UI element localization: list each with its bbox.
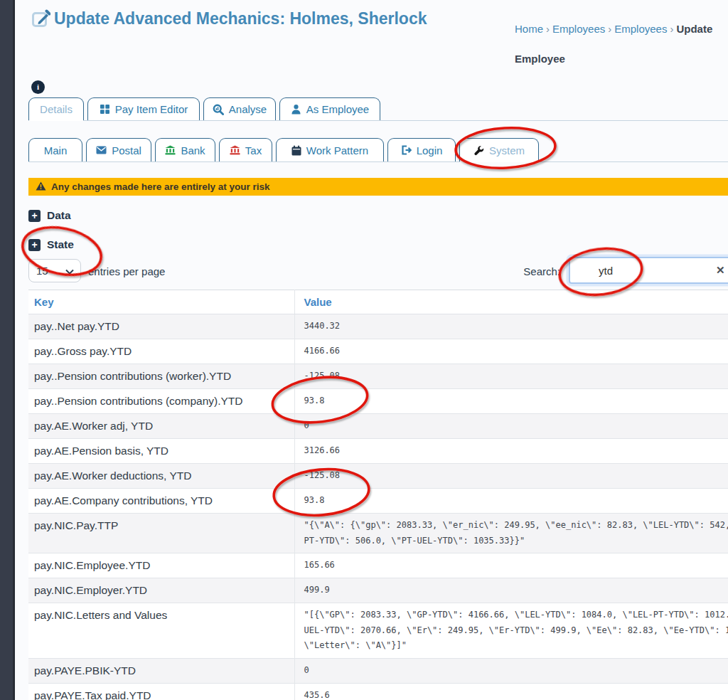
tab-work-pattern[interactable]: Work Pattern	[276, 138, 384, 161]
row-value: -125.08	[294, 464, 728, 489]
tab-postal-label: Postal	[112, 144, 141, 157]
table-row: pay..Pension contributions (worker).YTD-…	[28, 364, 728, 389]
table-row: pay.PAYE.Tax paid.YTD435.6	[28, 683, 728, 700]
state-table: Key Value pay..Net pay.YTD3440.32 pay..G…	[28, 290, 728, 700]
row-key: pay.AE.Company contributions, YTD	[28, 489, 294, 514]
breadcrumb-employees-1[interactable]: Employees	[552, 23, 605, 35]
page-title: Update Advanced Mechanics: Holmes, Sherl…	[54, 9, 427, 28]
row-key: pay.AE.Worker deductions, YTD	[28, 464, 294, 489]
row-value: 3440.32	[294, 314, 728, 339]
envelope-icon	[96, 146, 107, 154]
plus-square-icon[interactable]	[28, 239, 41, 251]
tab-tax-label: Tax	[245, 144, 262, 157]
chevron-down-icon	[65, 265, 74, 277]
entries-per-page-label: entries per page	[88, 265, 165, 277]
tab-tax[interactable]: Tax	[219, 138, 272, 161]
plus-square-icon[interactable]	[28, 210, 41, 222]
breadcrumb-separator: ›	[543, 23, 552, 35]
row-key: pay.PAYE.Tax paid.YTD	[28, 683, 294, 700]
table-row: pay..Pension contributions (company).YTD…	[28, 389, 728, 414]
edit-pencil-square-icon	[31, 9, 50, 31]
ae-company-contributions-ytd-value: 93.8	[294, 489, 728, 514]
bank-icon	[230, 145, 240, 155]
bank-icon	[165, 145, 176, 155]
table-row: pay.NIC.Employee.YTD165.66	[28, 553, 728, 578]
page-size-select[interactable]: 15	[28, 259, 81, 282]
tab-system[interactable]: System	[459, 138, 539, 161]
person-icon	[291, 104, 301, 115]
tab-analyse[interactable]: Analyse	[203, 97, 276, 120]
table-header-row: Key Value	[28, 290, 728, 314]
search-label: Search:	[494, 265, 560, 277]
tab-as-employee[interactable]: As Employee	[279, 97, 380, 120]
risk-warning-banner: Any changes made here are entirely at yo…	[28, 178, 728, 196]
row-value: -125.08	[294, 364, 728, 389]
row-key: pay.AE.Pension basis, YTD	[28, 439, 294, 464]
logout-icon	[401, 145, 412, 155]
tab-details[interactable]: Details	[28, 97, 84, 120]
tab-work-pattern-label: Work Pattern	[306, 144, 368, 157]
tab-pay-item-editor[interactable]: Pay Item Editor	[87, 97, 200, 120]
page-size-value: 15	[36, 265, 65, 277]
row-key: pay..Pension contributions (company).YTD	[28, 389, 294, 414]
tab-system-label: System	[489, 144, 525, 157]
info-circle-icon[interactable]: i	[31, 80, 45, 94]
tab-main[interactable]: Main	[28, 138, 82, 161]
row-key: pay.NIC.Letters and Values	[28, 603, 294, 659]
tab-postal[interactable]: Postal	[86, 138, 151, 161]
tab-bank[interactable]: Bank	[155, 138, 215, 161]
table-row: pay.NIC.Employer.YTD499.9	[28, 578, 728, 603]
tab-as-employee-label: As Employee	[306, 103, 369, 115]
wrench-icon	[473, 145, 484, 156]
tab-main-label: Main	[44, 144, 68, 157]
row-key: pay.NIC.Employee.YTD	[28, 553, 294, 578]
search-input[interactable]	[569, 257, 728, 284]
row-key: pay.NIC.Pay.TTP	[28, 514, 294, 553]
table-grid-icon	[100, 104, 110, 115]
column-header-key[interactable]: Key	[28, 290, 294, 314]
row-value: 499.9	[294, 578, 728, 603]
left-sidebar	[0, 0, 15, 700]
row-value: "[{\"GP\": 2083.33, \"GP-YTD\": 4166.66,…	[294, 603, 728, 659]
table-row: pay.AE.Pension basis, YTD3126.66	[28, 439, 728, 464]
tab-pay-item-editor-label: Pay Item Editor	[115, 103, 188, 115]
row-key: pay..Gross pay.YTD	[28, 339, 294, 364]
row-key: pay.NIC.Employer.YTD	[28, 578, 294, 603]
row-value: 165.66	[294, 553, 728, 578]
breadcrumb-home[interactable]: Home	[515, 23, 543, 35]
table-row: pay.AE.Company contributions, YTD93.8	[28, 489, 728, 514]
row-value: 0	[294, 658, 728, 683]
state-section-toggle[interactable]: State	[28, 238, 74, 251]
secondary-tab-bar: Main Postal Bank Tax Work Pattern Login	[28, 138, 728, 162]
state-section-label: State	[47, 238, 74, 251]
tab-analyse-label: Analyse	[229, 103, 267, 115]
row-value: 435.6	[294, 683, 728, 700]
primary-tab-bar: Details Pay Item Editor Analyse As Emplo…	[28, 97, 728, 121]
table-row: pay.NIC.Letters and Values"[{\"GP\": 208…	[28, 603, 728, 659]
table-row: pay.AE.Worker deductions, YTD-125.08	[28, 464, 728, 489]
calendar-icon	[291, 145, 301, 156]
table-row: pay.AE.Worker adj, YTD0	[28, 414, 728, 439]
breadcrumb-separator: ›	[605, 23, 614, 35]
tab-bank-label: Bank	[181, 144, 205, 157]
pension-company-ytd-value: 93.8	[294, 389, 728, 414]
table-row: pay.NIC.Pay.TTP"{\"A\": {\"gp\": 2083.33…	[28, 514, 728, 553]
breadcrumb: Home›Employees›Employees›Update Employee	[515, 14, 725, 74]
row-value: 3126.66	[294, 439, 728, 464]
tab-login[interactable]: Login	[387, 138, 456, 161]
row-value: 4166.66	[294, 339, 728, 364]
data-section-toggle[interactable]: Data	[28, 209, 71, 222]
risk-warning-text: Any changes made here are entirely at yo…	[51, 181, 270, 192]
tab-login-label: Login	[417, 144, 443, 157]
tab-details-label: Details	[40, 103, 73, 115]
clear-search-icon[interactable]: ✕	[716, 264, 725, 277]
row-key: pay..Net pay.YTD	[28, 314, 294, 339]
table-row: pay..Gross pay.YTD4166.66	[28, 339, 728, 364]
table-row: pay..Net pay.YTD3440.32	[28, 314, 728, 339]
breadcrumb-employees-2[interactable]: Employees	[614, 23, 667, 35]
breadcrumb-separator: ›	[667, 23, 676, 35]
row-key: pay.PAYE.PBIK-YTD	[28, 658, 294, 683]
warning-triangle-icon	[36, 181, 46, 193]
column-header-value[interactable]: Value	[294, 290, 728, 314]
magnifier-chart-icon	[213, 104, 224, 115]
